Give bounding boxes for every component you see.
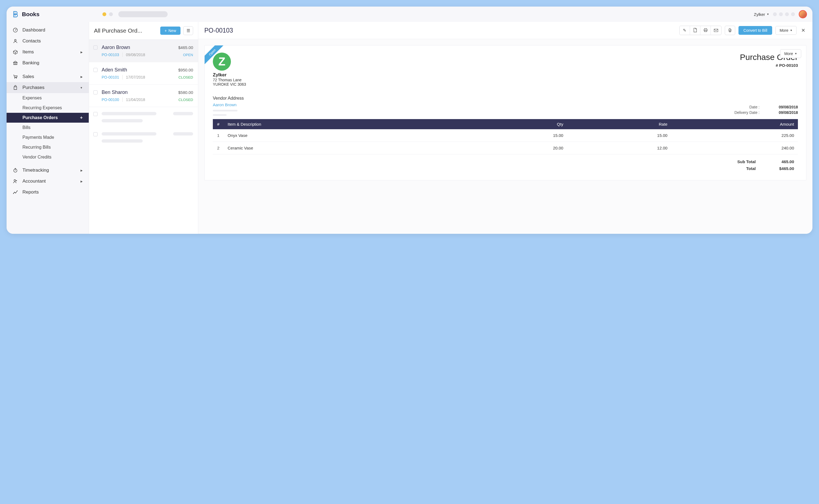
plus-icon[interactable]: + bbox=[80, 115, 83, 120]
nav-banking[interactable]: Banking bbox=[7, 57, 89, 68]
po-list-item[interactable]: Aaron Brown $465.00 PO-00103 09/08/2018 … bbox=[89, 40, 198, 62]
date-label: Date : bbox=[749, 105, 760, 109]
po-list-panel: All Purchase Ord... + New ☰ Aaron Brown … bbox=[89, 22, 198, 234]
main-area: Dashboard Contacts Items ▶ Banking Sales… bbox=[7, 22, 812, 234]
mail-icon bbox=[714, 28, 718, 33]
shortcut-dot[interactable] bbox=[773, 12, 777, 16]
banking-icon bbox=[13, 60, 18, 66]
pencil-icon: ✎ bbox=[683, 28, 686, 33]
email-button[interactable] bbox=[711, 26, 721, 35]
checkbox[interactable] bbox=[93, 45, 97, 50]
new-button[interactable]: + New bbox=[160, 27, 180, 35]
svg-point-5 bbox=[15, 78, 15, 79]
search-placeholder-pill[interactable] bbox=[118, 11, 168, 17]
nav-sub-purchase-orders[interactable]: Purchase Orders + bbox=[7, 113, 89, 123]
nav-sub-expenses[interactable]: Expenses bbox=[7, 93, 89, 103]
po-status: CLOSED bbox=[179, 98, 193, 102]
pdf-button[interactable] bbox=[690, 26, 700, 35]
detail-panel: PO-00103 ✎ Convert to Bill More ▼ ✕ Open bbox=[198, 22, 812, 234]
purchases-icon bbox=[13, 85, 18, 90]
document-number: # PO-00103 bbox=[740, 63, 798, 68]
caret-down-icon: ▼ bbox=[795, 52, 797, 55]
chevron-right-icon: ▶ bbox=[80, 180, 83, 183]
po-list-placeholder bbox=[89, 127, 198, 148]
nav-items[interactable]: Items ▶ bbox=[7, 47, 89, 57]
attach-button[interactable] bbox=[725, 26, 735, 35]
nav-sub-payments-made[interactable]: Payments Made bbox=[7, 133, 89, 142]
svg-rect-13 bbox=[714, 29, 718, 32]
vendor-name-link[interactable]: Aaron Brown bbox=[213, 102, 726, 107]
nav-sub-vendor-credits[interactable]: Vendor Credits bbox=[7, 152, 89, 162]
edit-button[interactable]: ✎ bbox=[680, 26, 690, 35]
po-status: OPEN bbox=[183, 53, 193, 57]
list-menu-button[interactable]: ☰ bbox=[183, 26, 193, 35]
col-item: Item & Description bbox=[224, 119, 463, 129]
po-vendor: Aaron Brown bbox=[102, 45, 130, 50]
po-amount: $580.00 bbox=[178, 90, 193, 95]
shortcut-dot[interactable] bbox=[791, 12, 795, 16]
svg-point-9 bbox=[13, 193, 14, 194]
line-item-row: 1 Onyx Vase 15.00 15.00 225.00 bbox=[213, 129, 798, 142]
line-item-row: 2 Ceramic Vase 20.00 12.00 240.00 bbox=[213, 142, 798, 154]
topbar-shortcut-dots bbox=[773, 12, 795, 16]
print-button[interactable] bbox=[700, 26, 711, 35]
convert-to-bill-button[interactable]: Convert to Bill bbox=[739, 26, 772, 35]
subtotal-value: 465.00 bbox=[769, 159, 794, 164]
dashboard-icon bbox=[13, 27, 18, 33]
line-items-table: # Item & Description Qty Rate Amount 1 O… bbox=[213, 119, 798, 154]
po-vendor: Aden Smith bbox=[102, 67, 127, 73]
checkbox[interactable] bbox=[93, 132, 97, 136]
po-list-item[interactable]: Aden Smith $950.00 PO-00101 17/07/2018 C… bbox=[89, 62, 198, 85]
nav-sub-recurring-expenses[interactable]: Recurring Expenses bbox=[7, 103, 89, 113]
checkbox[interactable] bbox=[93, 112, 97, 116]
nav-dashboard[interactable]: Dashboard bbox=[7, 25, 89, 36]
po-number: PO-00101 bbox=[102, 75, 119, 79]
col-qty: Qty bbox=[463, 119, 567, 129]
date-value: 09/08/2018 bbox=[773, 105, 798, 109]
col-num: # bbox=[213, 119, 224, 129]
close-button[interactable]: ✕ bbox=[800, 27, 806, 33]
plus-icon: + bbox=[165, 28, 167, 33]
shortcut-dot[interactable] bbox=[785, 12, 789, 16]
svg-point-12 bbox=[17, 191, 18, 191]
po-list-item[interactable]: Ben Sharon $580.00 PO-00100 11/04/2018 C… bbox=[89, 85, 198, 107]
subtotal-label: Sub Total bbox=[737, 159, 756, 164]
chevron-right-icon: ▶ bbox=[80, 51, 83, 54]
list-title[interactable]: All Purchase Ord... bbox=[94, 27, 157, 34]
brand-name: Books bbox=[22, 11, 39, 18]
shortcut-dot[interactable] bbox=[779, 12, 783, 16]
org-switcher[interactable]: Zylker ▼ bbox=[754, 12, 769, 17]
svg-point-3 bbox=[15, 30, 16, 31]
svg-point-10 bbox=[14, 192, 15, 193]
nav-reports[interactable]: Reports bbox=[7, 187, 89, 198]
address-placeholder-line bbox=[213, 114, 226, 116]
svg-point-4 bbox=[15, 39, 16, 41]
po-list: Aaron Brown $465.00 PO-00103 09/08/2018 … bbox=[89, 40, 198, 148]
nav-sales[interactable]: Sales ▶ bbox=[7, 71, 89, 82]
user-avatar[interactable] bbox=[799, 10, 807, 18]
topbar: Books Zylker ▼ bbox=[7, 7, 812, 22]
nav-sub-recurring-bills[interactable]: Recurring Bills bbox=[7, 142, 89, 152]
dot-icon bbox=[102, 12, 106, 16]
nav-contacts[interactable]: Contacts bbox=[7, 36, 89, 47]
card-more-button[interactable]: More ▼ bbox=[780, 49, 801, 58]
nav-sub-bills[interactable]: Bills bbox=[7, 123, 89, 133]
vendor-address-label: Vendor Address bbox=[213, 96, 726, 101]
po-date: 17/07/2018 bbox=[122, 75, 145, 79]
checkbox[interactable] bbox=[93, 68, 97, 72]
po-vendor: Ben Sharon bbox=[102, 90, 128, 95]
company-name: Zylker bbox=[213, 72, 246, 78]
nav-accountant[interactable]: Accountant ▶ bbox=[7, 176, 89, 187]
detail-action-group: ✎ bbox=[679, 26, 722, 35]
svg-point-1 bbox=[15, 15, 16, 16]
detail-title: PO-00103 bbox=[204, 27, 233, 34]
printer-icon bbox=[703, 28, 708, 33]
nav-timetracking[interactable]: Timetracking ▶ bbox=[7, 165, 89, 176]
svg-point-0 bbox=[15, 13, 16, 13]
checkbox[interactable] bbox=[93, 90, 97, 94]
nav-purchases[interactable]: Purchases ▼ bbox=[7, 82, 89, 93]
list-header: All Purchase Ord... + New ☰ bbox=[89, 22, 198, 40]
total-value: $465.00 bbox=[769, 166, 794, 171]
paperclip-icon bbox=[728, 28, 732, 33]
more-button[interactable]: More ▼ bbox=[775, 26, 797, 35]
